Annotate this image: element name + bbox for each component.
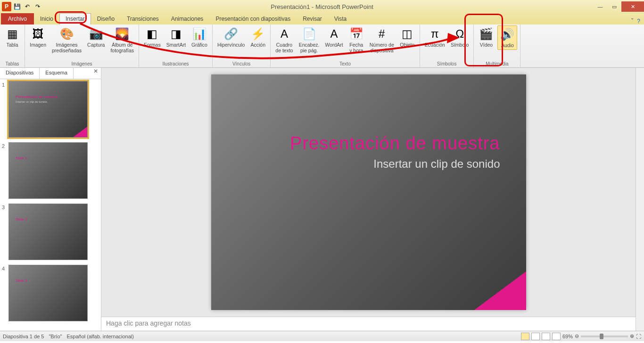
view-sorter-button[interactable] (531, 333, 540, 340)
minimize-button[interactable]: — (593, 1, 607, 12)
ribbon-group-ilustraciones: ◧Formas◨SmartArt📊GráficoIlustraciones (139, 24, 213, 67)
formas-icon: ◧ (145, 26, 160, 41)
slide-thumbnail[interactable]: Slide 2 (8, 204, 88, 260)
redo-icon[interactable]: ↷ (33, 2, 42, 11)
help-icon[interactable]: ? (637, 18, 640, 24)
minimize-ribbon-icon[interactable]: ˇ (631, 18, 633, 24)
ecuación-icon: π (427, 26, 442, 41)
panel-tab-outline[interactable]: Esquema (40, 68, 73, 79)
ribbon-group-multimedia: 🎬Vídeo🔊AudioMultimedia (474, 24, 520, 67)
ribbon-btn-captura[interactable]: 📷Captura (85, 25, 107, 49)
status-bar: Diapositiva 1 de 5 "Brío" Español (alfab… (0, 331, 644, 341)
imagen-icon: 🖼 (31, 26, 46, 41)
ribbon-btn-cuadro[interactable]: ACuadrode texto (273, 25, 295, 54)
ribbon-btn-vídeo[interactable]: 🎬Vídeo (477, 25, 495, 49)
slide-panel: Diapositivas Esquema ✕ 1Presentación de … (0, 68, 101, 331)
tab-diseño[interactable]: Diseño (91, 13, 121, 24)
window-controls: — ▭ ✕ (593, 1, 644, 12)
ribbon-btn-hipervínculo[interactable]: 🔗Hipervínculo (215, 25, 247, 49)
captura-icon: 📷 (89, 26, 104, 41)
ribbon-tabs: Archivo InicioInsertarDiseñoTransiciones… (0, 13, 644, 24)
window-title: Presentación1 - Microsoft PowerPoint (271, 3, 373, 10)
ribbon-btn-encabez.[interactable]: 📄Encabez.pie pág. (297, 25, 322, 54)
view-reading-button[interactable] (542, 333, 550, 340)
slide-title[interactable]: Presentación de muestra (290, 133, 500, 154)
thumb-number: 2 (2, 142, 8, 199)
ribbon: ▦TablaTablas🖼Imagen🎨Imágenesprediseñadas… (0, 24, 644, 68)
ribbon-btn-número[interactable]: #Número dediapositiva (368, 25, 396, 54)
status-language[interactable]: Español (alfab. internacional) (66, 334, 133, 339)
tab-animaciones[interactable]: Animaciones (165, 13, 210, 24)
hipervínculo-icon: 🔗 (223, 26, 239, 41)
slide-accent-triangle (474, 271, 526, 310)
álbum-icon: 🌄 (115, 26, 130, 41)
ribbon-btn-tabla[interactable]: ▦Tabla (3, 25, 22, 49)
thumb-number: 3 (2, 204, 8, 260)
fit-slide-icon[interactable]: ⛶ (636, 334, 641, 339)
ribbon-btn-imágenes[interactable]: 🎨Imágenesprediseñadas (50, 25, 83, 54)
tab-transiciones[interactable]: Transiciones (121, 13, 165, 24)
gráfico-icon: 📊 (192, 26, 207, 41)
main-area: Diapositivas Esquema ✕ 1Presentación de … (0, 68, 644, 331)
vertical-scrollbar[interactable] (636, 68, 644, 331)
ribbon-btn-formas[interactable]: ◧Formas (142, 25, 163, 49)
acción-icon: ⚡ (250, 26, 265, 41)
ribbon-btn-símbolo[interactable]: ΩSímbolo (449, 25, 471, 49)
panel-tabs: Diapositivas Esquema ✕ (0, 68, 101, 79)
slide-thumbnail[interactable]: Presentación de muestraInsertar un clip … (8, 81, 88, 138)
objeto-icon: ◫ (400, 26, 415, 41)
ribbon-group-imágenes: 🖼Imagen🎨Imágenesprediseñadas📷Captura🌄Álb… (25, 24, 139, 67)
ribbon-btn-gráfico[interactable]: 📊Gráfico (190, 25, 209, 49)
tab-insertar[interactable]: Insertar (59, 13, 91, 24)
view-normal-button[interactable] (521, 333, 529, 340)
vídeo-icon: 🎬 (479, 26, 494, 41)
ribbon-btn-audio[interactable]: 🔊Audio (497, 25, 517, 50)
wordart-icon: A (327, 26, 342, 41)
ribbon-btn-fecha[interactable]: 📅Fechay hora (347, 25, 366, 54)
view-slideshow-button[interactable] (552, 333, 561, 340)
ribbon-group-texto: ACuadrode texto📄Encabez.pie pág.AWordArt… (271, 24, 420, 67)
slide-thumbnail[interactable]: Slide 1 (8, 142, 88, 199)
tab-revisar[interactable]: Revisar (297, 13, 328, 24)
ribbon-group-vínculos: 🔗Hipervínculo⚡AcciónVínculos (213, 24, 271, 67)
slide-thumbnail[interactable]: Slide 3 (8, 265, 88, 321)
zoom-slider[interactable] (581, 335, 628, 337)
audio-icon: 🔊 (500, 27, 515, 42)
zoom-out-icon[interactable]: ⊖ (575, 333, 579, 339)
save-icon[interactable]: 💾 (12, 2, 22, 11)
panel-close-icon[interactable]: ✕ (91, 68, 101, 79)
thumb-number: 1 (2, 81, 8, 138)
slide-canvas[interactable]: Presentación de muestra Insertar un clip… (211, 74, 526, 310)
ribbon-btn-wordart[interactable]: AWordArt (323, 25, 345, 49)
panel-tab-slides[interactable]: Diapositivas (0, 68, 40, 79)
zoom-in-icon[interactable]: ⊕ (630, 333, 634, 339)
tabla-icon: ▦ (5, 26, 20, 41)
ribbon-group-símbolos: πEcuaciónΩSímboloSímbolos (420, 24, 474, 67)
símbolo-icon: Ω (452, 26, 467, 41)
notes-pane[interactable]: Haga clic para agregar notas (101, 317, 636, 331)
cuadro-icon: A (277, 26, 292, 41)
fecha-icon: 📅 (349, 26, 364, 41)
ribbon-group-tablas: ▦TablaTablas (0, 24, 25, 67)
thumbnails-list: 1Presentación de muestraInsertar un clip… (0, 79, 101, 331)
thumb-number: 4 (2, 265, 8, 321)
close-button[interactable]: ✕ (621, 1, 644, 12)
ribbon-btn-smartart[interactable]: ◨SmartArt (165, 25, 188, 49)
zoom-level[interactable]: 69% (562, 334, 573, 339)
status-theme: "Brío" (49, 334, 62, 339)
canvas-area[interactable]: Presentación de muestra Insertar un clip… (101, 68, 636, 317)
ribbon-btn-acción[interactable]: ⚡Acción (248, 25, 267, 49)
app-icon[interactable]: P (2, 2, 11, 11)
tab-inicio[interactable]: Inicio (34, 13, 59, 24)
ribbon-btn-objeto[interactable]: ◫Objeto (398, 25, 417, 49)
maximize-button[interactable]: ▭ (607, 1, 621, 12)
ribbon-btn-imagen[interactable]: 🖼Imagen (28, 25, 48, 49)
tab-presentación-con-diapositivas[interactable]: Presentación con diapositivas (209, 13, 297, 24)
tab-file[interactable]: Archivo (1, 13, 34, 24)
ribbon-btn-álbum[interactable]: 🌄Álbum defotografías (108, 25, 136, 54)
undo-icon[interactable]: ↶ (23, 2, 32, 11)
ribbon-btn-ecuación[interactable]: πEcuación (423, 25, 447, 49)
imágenes-icon: 🎨 (59, 26, 74, 41)
slide-subtitle[interactable]: Insertar un clip de sonido (373, 157, 500, 171)
tab-vista[interactable]: Vista (328, 13, 353, 24)
